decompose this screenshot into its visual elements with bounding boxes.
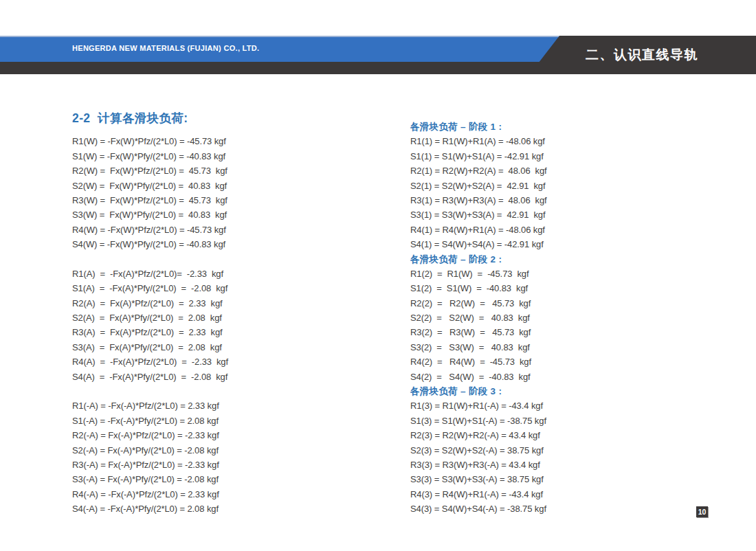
formula-line: R3(3) = R3(W)+R3(-A) = 43.4 kgf (410, 458, 547, 472)
formula-column-right: 各滑块负荷 – 阶段 1 :R1(1) = R1(W)+R1(A) = -48.… (410, 120, 547, 517)
formula-column-left: R1(W) = -Fx(W)*Pfz/(2*L0) = -45.73 kgfS1… (72, 120, 228, 517)
column-heading: 各滑块负荷 – 阶段 2 : (410, 252, 547, 267)
formula-line: S2(3) = S2(W)+S2(-A) = 38.75 kgf (410, 443, 547, 458)
column-heading: 各滑块负荷 – 阶段 3 : (410, 384, 547, 398)
formula-line: R2(2) = R2(W) = 45.73 kgf (410, 296, 547, 311)
formula-line: R1(-A) = -Fx(-A)*Pfz/(2*L0) = 2.33 kgf (72, 398, 228, 413)
column-heading: 各滑块负荷 – 阶段 1 : (410, 120, 547, 134)
formula-line: R1(A) = -Fx(A)*Pfz/(2*L0)= -2.33 kgf (72, 267, 228, 281)
formula-line: S3(1) = S3(W)+S3(A) = 42.91 kgf (410, 207, 547, 222)
formula-line: R2(-A) = Fx(-A)*Pfz/(2*L0) = -2.33 kgf (72, 428, 228, 442)
blank-line (72, 252, 228, 267)
formula-line: R4(3) = R4(W)+R1(-A) = -43.4 kgf (410, 487, 547, 502)
formula-line: S3(2) = S3(W) = 40.83 kgf (410, 340, 547, 355)
formula-line: R1(W) = -Fx(W)*Pfz/(2*L0) = -45.73 kgf (72, 134, 228, 148)
formula-line: S4(3) = S4(W)+S4(-A) = -38.75 kgf (410, 502, 547, 516)
formula-line: R4(A) = -Fx(A)*Pfz/(2*L0) = -2.33 kgf (72, 355, 228, 369)
formula-line: R2(W) = Fx(W)*Pfz/(2*L0) = 45.73 kgf (72, 164, 228, 178)
formula-line: S1(1) = S1(W)+S1(A) = -42.91 kgf (410, 149, 547, 164)
formula-line: S2(A) = Fx(A)*Pfy/(2*L0) = 2.08 kgf (72, 311, 228, 325)
formula-line: S3(A) = Fx(A)*Pfy/(2*L0) = 2.08 kgf (72, 340, 228, 355)
formula-line: S4(W) = -Fx(W)*Pfy/(2*L0) = -40.83 kgf (72, 237, 228, 251)
formula-line: S1(W) = -Fx(W)*Pfy/(2*L0) = -40.83 kgf (72, 149, 228, 164)
formula-line: S1(3) = S1(W)+S1(-A) = -38.75 kgf (410, 414, 547, 428)
slide: HENGERDA NEW MATERIALS (FUJIAN) CO., LTD… (0, 0, 756, 551)
formula-line: R2(1) = R2(W)+R2(A) = 48.06 kgf (410, 164, 547, 178)
formula-line: R4(-A) = -Fx(-A)*Pfz/(2*L0) = 2.33 kgf (72, 487, 228, 502)
formula-line: S3(3) = S3(W)+S3(-A) = 38.75 kgf (410, 472, 547, 486)
formula-line: R2(A) = Fx(A)*Pfz/(2*L0) = 2.33 kgf (72, 296, 228, 311)
formula-line: S4(-A) = -Fx(-A)*Pfy/(2*L0) = 2.08 kgf (72, 502, 228, 516)
formula-line: R2(3) = R2(W)+R2(-A) = 43.4 kgf (410, 428, 547, 442)
formula-line: R1(3) = R1(W)+R1(-A) = -43.4 kgf (410, 398, 547, 413)
formula-line: R4(2) = R4(W) = -45.73 kgf (410, 355, 547, 369)
formula-line: S4(2) = S4(W) = -40.83 kgf (410, 370, 547, 384)
formula-line: S4(1) = S4(W)+S4(A) = -42.91 kgf (410, 237, 547, 251)
formula-line: R3(-A) = Fx(-A)*Pfz/(2*L0) = -2.33 kgf (72, 458, 228, 472)
formula-line: S1(A) = -Fx(A)*Pfy/(2*L0) = -2.08 kgf (72, 281, 228, 295)
formula-line: S2(W) = Fx(W)*Pfy/(2*L0) = 40.83 kgf (72, 179, 228, 193)
formula-line: R3(2) = R3(W) = 45.73 kgf (410, 325, 547, 339)
formula-line: S2(2) = S2(W) = 40.83 kgf (410, 311, 547, 325)
company-name: HENGERDA NEW MATERIALS (FUJIAN) CO., LTD… (72, 36, 259, 62)
formula-line: R1(2) = R1(W) = -45.73 kgf (410, 267, 547, 281)
formula-line: R3(A) = Fx(A)*Pfz/(2*L0) = 2.33 kgf (72, 325, 228, 339)
formula-line: S3(-A) = Fx(-A)*Pfy/(2*L0) = -2.08 kgf (72, 472, 228, 486)
page-number-badge: 10 (696, 506, 708, 517)
formula-line: R3(W) = Fx(W)*Pfz/(2*L0) = 45.73 kgf (72, 193, 228, 207)
formula-line: S4(A) = -Fx(A)*Pfy/(2*L0) = -2.08 kgf (72, 370, 228, 384)
formula-line: S1(2) = S1(W) = -40.83 kgf (410, 281, 547, 295)
formula-line: S1(-A) = -Fx(-A)*Pfy/(2*L0) = 2.08 kgf (72, 414, 228, 428)
blank-line (72, 384, 228, 398)
formula-line: R4(W) = -Fx(W)*Pfz/(2*L0) = -45.73 kgf (72, 223, 228, 237)
section-title: 二、认识直线导轨 (586, 36, 698, 74)
formula-line: R4(1) = R4(W)+R1(A) = -48.06 kgf (410, 223, 547, 237)
formula-line: R1(1) = R1(W)+R1(A) = -48.06 kgf (410, 134, 547, 148)
formula-line: S3(W) = Fx(W)*Pfy/(2*L0) = 40.83 kgf (72, 207, 228, 222)
formula-line: S2(-A) = Fx(-A)*Pfy/(2*L0) = -2.08 kgf (72, 443, 228, 458)
formula-line: R3(1) = R3(W)+R3(A) = 48.06 kgf (410, 193, 547, 207)
formula-line: S2(1) = S2(W)+S2(A) = 42.91 kgf (410, 179, 547, 193)
blank-line (72, 120, 228, 134)
